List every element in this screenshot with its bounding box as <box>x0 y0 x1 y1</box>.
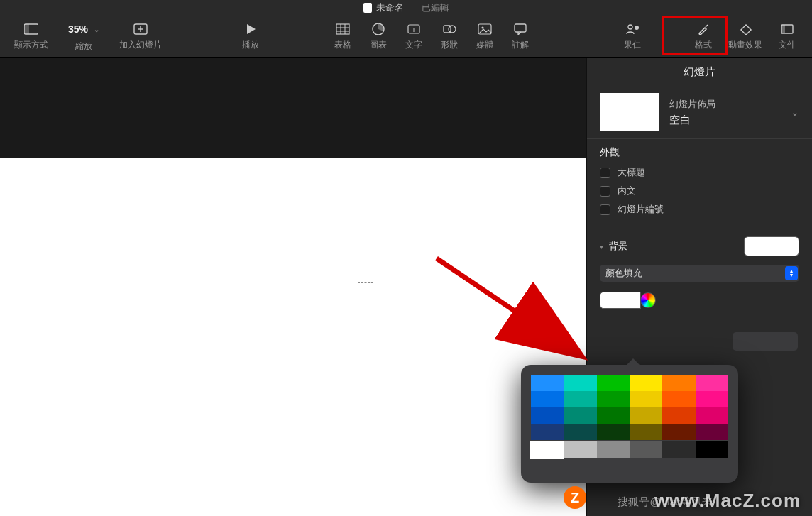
media-button[interactable]: 媒體 <box>467 19 503 54</box>
color-swatch[interactable] <box>630 407 662 424</box>
triangle-down-icon: ▾ <box>600 243 603 251</box>
color-swatch[interactable] <box>662 441 695 458</box>
color-swatch[interactable] <box>696 407 728 424</box>
image-icon <box>477 22 493 36</box>
shape-button[interactable]: 形狀 <box>432 19 467 54</box>
checkbox[interactable] <box>600 168 610 178</box>
comment-button[interactable]: 註解 <box>503 19 538 54</box>
color-swatch[interactable] <box>696 391 728 407</box>
document-button[interactable]: 文件 <box>769 19 805 54</box>
color-swatch[interactable] <box>597 375 630 391</box>
plus-icon <box>133 22 148 36</box>
appearance-section: 外觀 大標題 內文 幻燈片編號 <box>587 139 812 229</box>
checkbox-label: 大標題 <box>618 166 645 179</box>
svg-point-16 <box>481 26 483 28</box>
zoom-button[interactable]: 35%⌄ 縮放 <box>55 18 112 55</box>
color-wheel-icon[interactable] <box>640 292 656 308</box>
checkbox[interactable] <box>600 204 610 215</box>
color-swatch-selected[interactable] <box>531 441 564 458</box>
fill-type-select[interactable]: 顏色填充 ▴▾ <box>600 265 799 282</box>
color-swatch[interactable] <box>696 424 728 440</box>
collaborate-icon <box>625 22 640 36</box>
chart-button[interactable]: 圖表 <box>361 19 396 54</box>
svg-line-23 <box>437 258 571 349</box>
table-icon <box>335 22 351 36</box>
document-icon <box>779 22 795 36</box>
color-swatch[interactable] <box>696 375 728 391</box>
svg-rect-5 <box>336 24 349 34</box>
brush-icon <box>696 22 711 36</box>
svg-rect-1 <box>24 24 29 34</box>
text-button[interactable]: T 文字 <box>396 19 432 54</box>
checkbox-label: 幻燈片編號 <box>618 203 664 216</box>
color-swatch[interactable] <box>564 424 596 440</box>
document-icon <box>363 3 372 13</box>
inspector-tab-slide[interactable]: 幻燈片 <box>587 58 812 86</box>
color-well[interactable] <box>600 292 641 309</box>
color-swatch[interactable] <box>597 391 630 407</box>
color-swatch[interactable] <box>564 441 596 458</box>
color-swatch[interactable] <box>597 424 630 440</box>
checkbox[interactable] <box>600 186 610 197</box>
color-swatch[interactable] <box>597 407 630 424</box>
color-swatch[interactable] <box>630 375 662 391</box>
color-swatch[interactable] <box>564 407 596 424</box>
view-icon <box>23 22 39 36</box>
color-swatch[interactable] <box>564 375 596 391</box>
animate-button[interactable]: 動畫效果 <box>721 19 769 54</box>
color-swatch[interactable] <box>597 441 630 458</box>
color-swatch[interactable] <box>630 391 662 407</box>
table-button[interactable]: 表格 <box>325 19 361 54</box>
add-slide-button[interactable]: 加入幻燈片 <box>112 19 169 54</box>
svg-rect-22 <box>781 25 785 33</box>
watermark-primary: www.MacZ.com <box>654 490 801 512</box>
color-swatch[interactable] <box>662 424 695 440</box>
color-swatch[interactable] <box>531 424 564 440</box>
play-button[interactable]: 播放 <box>233 19 268 54</box>
slide-canvas[interactable] <box>0 58 586 516</box>
layout-name: 空白 <box>669 114 715 127</box>
background-section: ▾ 背景 顏色填充 ▴▾ <box>587 229 812 316</box>
svg-point-19 <box>635 26 639 30</box>
chevron-down-icon: ⌄ <box>791 106 799 118</box>
color-swatch[interactable] <box>630 441 662 458</box>
color-swatch[interactable] <box>531 407 564 424</box>
select-stepper-icon: ▴▾ <box>785 266 798 280</box>
color-swatch[interactable] <box>696 441 728 458</box>
text-icon: T <box>406 22 422 36</box>
color-swatch[interactable] <box>662 375 695 391</box>
svg-point-14 <box>449 26 456 33</box>
background-disclosure[interactable]: ▾ 背景 <box>600 236 799 256</box>
zoom-value: 35%⌄ <box>62 21 105 38</box>
color-swatch[interactable] <box>662 391 695 407</box>
layout-section[interactable]: 幻燈片佈局 空白 ⌄ <box>587 86 812 139</box>
checkbox-label: 內文 <box>618 185 636 197</box>
layout-thumbnail <box>600 93 659 131</box>
title-checkbox-row[interactable]: 大標題 <box>600 166 799 179</box>
format-button[interactable]: 格式 <box>686 19 721 54</box>
chart-icon <box>371 22 386 36</box>
body-checkbox-row[interactable]: 內文 <box>600 185 799 197</box>
z-badge-icon: Z <box>564 486 586 509</box>
comment-icon <box>512 22 528 36</box>
background-swatch[interactable] <box>744 236 799 256</box>
background-label: 背景 <box>609 240 627 253</box>
grayscale-row <box>531 441 728 458</box>
color-swatch[interactable] <box>630 424 662 440</box>
color-swatch[interactable] <box>531 375 564 391</box>
color-swatch-grid <box>531 375 728 440</box>
color-swatch[interactable] <box>564 391 596 407</box>
color-swatch[interactable] <box>662 407 695 424</box>
selection-marquee <box>358 282 373 302</box>
collaborate-button[interactable]: 果仁 <box>615 19 650 54</box>
view-mode-button[interactable]: 顯示方式 <box>7 19 55 54</box>
toolbar: 顯示方式 35%⌄ 縮放 加入幻燈片 播放 表格 圖表 T 文字 <box>0 16 812 58</box>
edit-master-button[interactable] <box>733 332 798 351</box>
document-title: 未命名 <box>376 1 404 14</box>
slidenum-checkbox-row[interactable]: 幻燈片編號 <box>600 203 799 216</box>
color-swatch[interactable] <box>531 391 564 407</box>
svg-text:T: T <box>412 26 416 33</box>
svg-rect-17 <box>515 24 526 32</box>
diamond-icon <box>737 22 753 36</box>
fill-type-value: 顏色填充 <box>605 267 642 280</box>
